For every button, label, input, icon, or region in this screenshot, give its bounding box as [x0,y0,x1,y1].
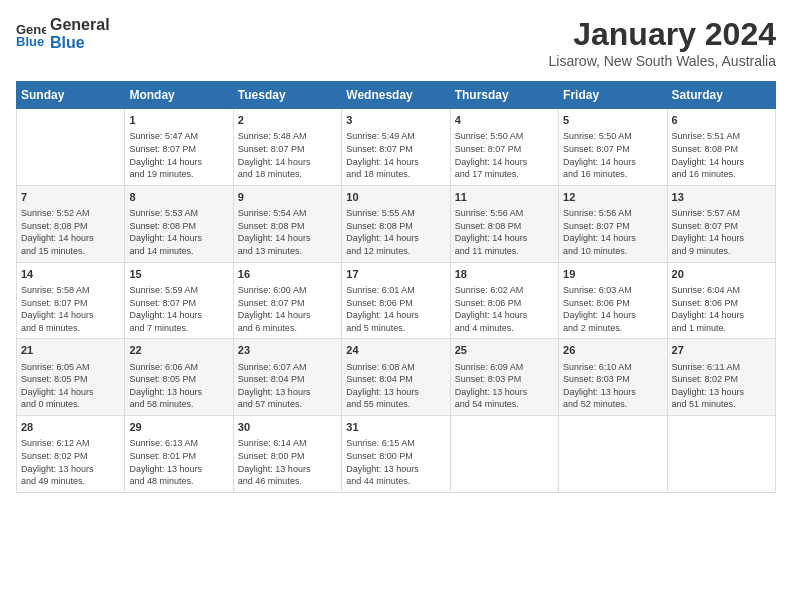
title-area: January 2024 Lisarow, New South Wales, A… [549,16,776,69]
day-number: 3 [346,113,445,128]
day-info: Sunrise: 6:05 AM Sunset: 8:05 PM Dayligh… [21,361,120,411]
calendar-cell: 31Sunrise: 6:15 AM Sunset: 8:00 PM Dayli… [342,416,450,493]
day-info: Sunrise: 6:08 AM Sunset: 8:04 PM Dayligh… [346,361,445,411]
day-number: 12 [563,190,662,205]
location-title: Lisarow, New South Wales, Australia [549,53,776,69]
day-number: 10 [346,190,445,205]
day-number: 23 [238,343,337,358]
day-number: 11 [455,190,554,205]
day-number: 15 [129,267,228,282]
day-info: Sunrise: 6:11 AM Sunset: 8:02 PM Dayligh… [672,361,771,411]
logo: General Blue General Blue [16,16,110,51]
calendar-cell: 8Sunrise: 5:53 AM Sunset: 8:08 PM Daylig… [125,185,233,262]
calendar-cell: 30Sunrise: 6:14 AM Sunset: 8:00 PM Dayli… [233,416,341,493]
header-sunday: Sunday [17,82,125,109]
day-number: 1 [129,113,228,128]
day-info: Sunrise: 5:50 AM Sunset: 8:07 PM Dayligh… [455,130,554,180]
page-header: General Blue General Blue January 2024 L… [16,16,776,69]
day-info: Sunrise: 5:52 AM Sunset: 8:08 PM Dayligh… [21,207,120,257]
calendar-cell: 28Sunrise: 6:12 AM Sunset: 8:02 PM Dayli… [17,416,125,493]
calendar-body: 1Sunrise: 5:47 AM Sunset: 8:07 PM Daylig… [17,109,776,493]
day-info: Sunrise: 6:14 AM Sunset: 8:00 PM Dayligh… [238,437,337,487]
calendar-cell: 9Sunrise: 5:54 AM Sunset: 8:08 PM Daylig… [233,185,341,262]
day-info: Sunrise: 5:57 AM Sunset: 8:07 PM Dayligh… [672,207,771,257]
day-info: Sunrise: 5:58 AM Sunset: 8:07 PM Dayligh… [21,284,120,334]
week-row-2: 14Sunrise: 5:58 AM Sunset: 8:07 PM Dayli… [17,262,776,339]
logo-general: General [50,16,110,34]
header-tuesday: Tuesday [233,82,341,109]
calendar-cell: 6Sunrise: 5:51 AM Sunset: 8:08 PM Daylig… [667,109,775,186]
calendar-cell: 12Sunrise: 5:56 AM Sunset: 8:07 PM Dayli… [559,185,667,262]
calendar-cell: 19Sunrise: 6:03 AM Sunset: 8:06 PM Dayli… [559,262,667,339]
week-row-3: 21Sunrise: 6:05 AM Sunset: 8:05 PM Dayli… [17,339,776,416]
calendar-cell: 24Sunrise: 6:08 AM Sunset: 8:04 PM Dayli… [342,339,450,416]
calendar-cell: 27Sunrise: 6:11 AM Sunset: 8:02 PM Dayli… [667,339,775,416]
day-number: 7 [21,190,120,205]
calendar-cell: 15Sunrise: 5:59 AM Sunset: 8:07 PM Dayli… [125,262,233,339]
day-info: Sunrise: 6:12 AM Sunset: 8:02 PM Dayligh… [21,437,120,487]
day-info: Sunrise: 6:00 AM Sunset: 8:07 PM Dayligh… [238,284,337,334]
day-number: 29 [129,420,228,435]
calendar-cell: 1Sunrise: 5:47 AM Sunset: 8:07 PM Daylig… [125,109,233,186]
calendar-cell [667,416,775,493]
calendar-cell: 4Sunrise: 5:50 AM Sunset: 8:07 PM Daylig… [450,109,558,186]
calendar-header-row: SundayMondayTuesdayWednesdayThursdayFrid… [17,82,776,109]
calendar-cell: 21Sunrise: 6:05 AM Sunset: 8:05 PM Dayli… [17,339,125,416]
calendar-cell: 23Sunrise: 6:07 AM Sunset: 8:04 PM Dayli… [233,339,341,416]
day-number: 8 [129,190,228,205]
logo-icon: General Blue [16,20,46,48]
day-number: 26 [563,343,662,358]
day-number: 19 [563,267,662,282]
calendar-cell: 7Sunrise: 5:52 AM Sunset: 8:08 PM Daylig… [17,185,125,262]
header-monday: Monday [125,82,233,109]
calendar-cell [559,416,667,493]
calendar-cell: 2Sunrise: 5:48 AM Sunset: 8:07 PM Daylig… [233,109,341,186]
calendar-cell [17,109,125,186]
day-number: 24 [346,343,445,358]
day-number: 2 [238,113,337,128]
day-info: Sunrise: 6:09 AM Sunset: 8:03 PM Dayligh… [455,361,554,411]
header-wednesday: Wednesday [342,82,450,109]
day-number: 16 [238,267,337,282]
calendar-table: SundayMondayTuesdayWednesdayThursdayFrid… [16,81,776,493]
header-saturday: Saturday [667,82,775,109]
calendar-cell: 22Sunrise: 6:06 AM Sunset: 8:05 PM Dayli… [125,339,233,416]
day-number: 14 [21,267,120,282]
calendar-cell: 17Sunrise: 6:01 AM Sunset: 8:06 PM Dayli… [342,262,450,339]
day-info: Sunrise: 5:49 AM Sunset: 8:07 PM Dayligh… [346,130,445,180]
day-info: Sunrise: 5:56 AM Sunset: 8:07 PM Dayligh… [563,207,662,257]
calendar-cell [450,416,558,493]
day-info: Sunrise: 6:02 AM Sunset: 8:06 PM Dayligh… [455,284,554,334]
day-info: Sunrise: 5:47 AM Sunset: 8:07 PM Dayligh… [129,130,228,180]
day-info: Sunrise: 6:07 AM Sunset: 8:04 PM Dayligh… [238,361,337,411]
day-info: Sunrise: 6:01 AM Sunset: 8:06 PM Dayligh… [346,284,445,334]
day-info: Sunrise: 6:10 AM Sunset: 8:03 PM Dayligh… [563,361,662,411]
calendar-cell: 29Sunrise: 6:13 AM Sunset: 8:01 PM Dayli… [125,416,233,493]
day-info: Sunrise: 5:50 AM Sunset: 8:07 PM Dayligh… [563,130,662,180]
day-info: Sunrise: 6:03 AM Sunset: 8:06 PM Dayligh… [563,284,662,334]
day-info: Sunrise: 5:59 AM Sunset: 8:07 PM Dayligh… [129,284,228,334]
calendar-cell: 16Sunrise: 6:00 AM Sunset: 8:07 PM Dayli… [233,262,341,339]
day-number: 18 [455,267,554,282]
week-row-1: 7Sunrise: 5:52 AM Sunset: 8:08 PM Daylig… [17,185,776,262]
day-info: Sunrise: 5:51 AM Sunset: 8:08 PM Dayligh… [672,130,771,180]
day-number: 22 [129,343,228,358]
day-info: Sunrise: 5:53 AM Sunset: 8:08 PM Dayligh… [129,207,228,257]
header-friday: Friday [559,82,667,109]
day-info: Sunrise: 5:48 AM Sunset: 8:07 PM Dayligh… [238,130,337,180]
day-info: Sunrise: 6:06 AM Sunset: 8:05 PM Dayligh… [129,361,228,411]
day-info: Sunrise: 5:54 AM Sunset: 8:08 PM Dayligh… [238,207,337,257]
day-number: 31 [346,420,445,435]
day-number: 17 [346,267,445,282]
svg-text:Blue: Blue [16,34,44,48]
day-info: Sunrise: 6:13 AM Sunset: 8:01 PM Dayligh… [129,437,228,487]
day-number: 6 [672,113,771,128]
day-number: 20 [672,267,771,282]
calendar-cell: 20Sunrise: 6:04 AM Sunset: 8:06 PM Dayli… [667,262,775,339]
week-row-0: 1Sunrise: 5:47 AM Sunset: 8:07 PM Daylig… [17,109,776,186]
day-info: Sunrise: 6:15 AM Sunset: 8:00 PM Dayligh… [346,437,445,487]
day-info: Sunrise: 5:56 AM Sunset: 8:08 PM Dayligh… [455,207,554,257]
calendar-cell: 13Sunrise: 5:57 AM Sunset: 8:07 PM Dayli… [667,185,775,262]
day-number: 28 [21,420,120,435]
month-title: January 2024 [549,16,776,53]
